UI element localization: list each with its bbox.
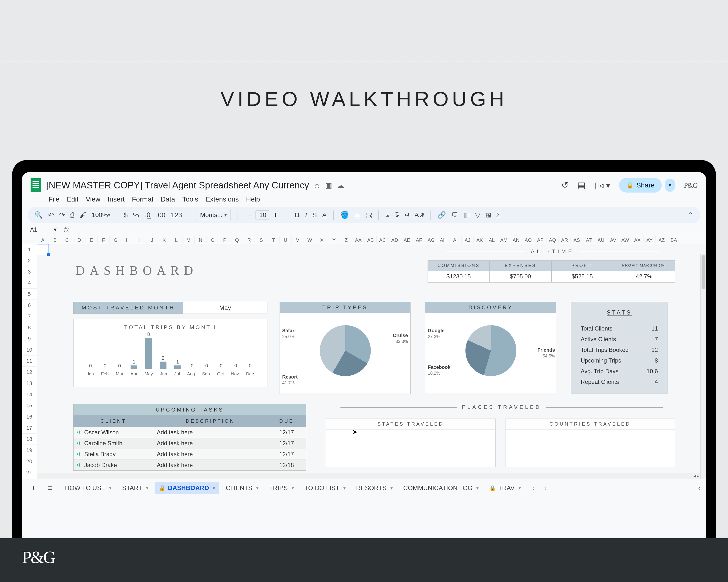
col-header[interactable]: AL [486, 236, 498, 244]
col-header[interactable]: AA [353, 236, 364, 244]
col-header[interactable]: AC [376, 236, 389, 244]
col-header[interactable]: AJ [462, 236, 474, 244]
col-header[interactable]: D [73, 236, 85, 244]
col-header[interactable]: AE [401, 236, 413, 244]
spreadsheet-grid[interactable]: 123456789101112131415161718192021 ABCDEF… [22, 236, 706, 479]
increase-decimal-icon[interactable]: .00 [156, 211, 165, 219]
paint-format-icon[interactable]: 🖌 [80, 211, 86, 219]
col-header[interactable]: Z [340, 236, 353, 244]
col-header[interactable]: Q [231, 236, 243, 244]
col-header[interactable]: N [194, 236, 207, 244]
active-cell[interactable] [37, 244, 49, 255]
font-size-stepper[interactable]: − 10 + [244, 211, 281, 219]
row-header[interactable]: 13 [22, 378, 37, 389]
decrease-decimal-icon[interactable]: .0̲ [145, 211, 151, 219]
row-header[interactable]: 20 [22, 456, 37, 467]
col-header[interactable]: H [122, 236, 134, 244]
row-header[interactable]: 4 [22, 277, 37, 288]
sheet-tab-dashboard[interactable]: 🔒 DASHBOARD▾ [155, 482, 219, 494]
task-row[interactable]: ✈Caroline Smith Add task here 12/17 [74, 438, 306, 449]
text-wrap-icon[interactable]: ↵▾ [404, 211, 409, 219]
menu-tools[interactable]: Tools [182, 195, 198, 203]
column-headers[interactable]: ABCDEFGHIJKLMNOPQRSTUVWXYZAAABACADAEAFAG… [37, 236, 706, 244]
col-header[interactable]: G [110, 236, 122, 244]
col-header[interactable]: A [37, 236, 49, 244]
sheet-tab-communication log[interactable]: COMMUNICATION LOG▾ [399, 482, 483, 494]
text-color-icon[interactable]: A [322, 211, 327, 219]
col-header[interactable]: E [85, 236, 98, 244]
undo-icon[interactable]: ↶ [48, 211, 54, 219]
sheet-canvas[interactable]: DASHBOARD ALL-TIME COMMISSIONS EXPENSES … [37, 244, 706, 479]
explore-collapse-icon[interactable]: ‹ [698, 484, 700, 492]
col-header[interactable]: AD [389, 236, 401, 244]
comments-icon[interactable]: ▤ [577, 180, 586, 190]
col-header[interactable]: AR [558, 236, 571, 244]
move-folder-icon[interactable]: ▣ [325, 181, 332, 190]
col-header[interactable]: K [158, 236, 171, 244]
col-header[interactable]: P [219, 236, 231, 244]
col-header[interactable]: X [316, 236, 328, 244]
share-dropdown-button[interactable]: ▾ [665, 179, 675, 192]
col-header[interactable]: AQ [546, 236, 558, 244]
col-header[interactable]: AS [571, 236, 583, 244]
col-header[interactable]: AK [474, 236, 486, 244]
col-header[interactable]: W [304, 236, 316, 244]
row-header[interactable]: 5 [22, 288, 37, 300]
row-header[interactable]: 2 [22, 255, 37, 266]
scroll-tabs-left-icon[interactable]: ‹ [530, 484, 537, 492]
insert-chart-icon[interactable]: ▥ [464, 211, 470, 219]
increase-font-icon[interactable]: + [270, 211, 281, 219]
row-header[interactable]: 9 [22, 333, 37, 344]
select-all-corner[interactable] [22, 236, 37, 244]
col-header[interactable]: AU [595, 236, 607, 244]
row-header[interactable]: 1 [22, 244, 37, 255]
insert-link-icon[interactable]: 🔗 [438, 211, 446, 219]
row-header[interactable]: 17 [22, 422, 37, 434]
menu-insert[interactable]: Insert [108, 195, 125, 203]
borders-icon[interactable]: ▦ [354, 211, 361, 219]
text-rotation-icon[interactable]: A↗▾ [414, 211, 424, 219]
task-row[interactable]: ✈Jacob Drake Add task here 12/18 [74, 460, 306, 470]
col-header[interactable]: AG [425, 236, 437, 244]
row-header[interactable]: 15 [22, 400, 37, 411]
add-sheet-button[interactable]: + [28, 483, 39, 493]
menu-view[interactable]: View [86, 195, 100, 203]
font-size-value[interactable]: 10 [256, 211, 270, 219]
task-row[interactable]: ✈Stella Brady Add task here 12/17 [74, 449, 306, 460]
col-header[interactable]: O [207, 236, 219, 244]
row-header[interactable]: 19 [22, 445, 37, 456]
sheet-tab-trav[interactable]: 🔒 TRAV▾ [485, 482, 525, 494]
history-icon[interactable]: ↺ [561, 180, 569, 190]
merge-cells-icon[interactable]: ⬚▾ [366, 211, 371, 219]
scroll-tabs-right-icon[interactable]: › [542, 484, 549, 492]
strikethrough-icon[interactable]: S [312, 211, 317, 219]
col-header[interactable]: AT [583, 236, 595, 244]
col-header[interactable]: C [61, 236, 73, 244]
currency-icon[interactable]: $ [124, 211, 128, 219]
vertical-align-icon[interactable]: ↧▾ [394, 211, 399, 219]
sheet-tab-start[interactable]: START▾ [118, 482, 153, 494]
functions-icon[interactable]: Σ [496, 211, 500, 219]
share-button[interactable]: 🔒 Share [619, 178, 662, 193]
menu-help[interactable]: Help [246, 195, 260, 203]
col-header[interactable]: AB [364, 236, 376, 244]
filter-icon[interactable]: ▽ [475, 211, 480, 219]
row-header[interactable]: 10 [22, 344, 37, 356]
col-header[interactable]: AZ [656, 236, 668, 244]
print-icon[interactable]: ⎙ [70, 211, 74, 219]
col-header[interactable]: L [171, 236, 182, 244]
document-title[interactable]: [NEW MASTER COPY] Travel Agent Spreadshe… [46, 180, 309, 191]
row-header[interactable]: 3 [22, 266, 37, 277]
trip-types-pie-chart[interactable]: TRIP TYPES Safari25.0% Cruise33.3% Resor… [280, 302, 411, 394]
zoom-select[interactable]: 100% ▾ [92, 211, 110, 219]
fill-color-icon[interactable]: 🪣 [340, 211, 349, 219]
vertical-scrollbar[interactable] [700, 254, 706, 479]
col-header[interactable]: AH [437, 236, 449, 244]
name-box[interactable]: A1▾ [28, 225, 59, 234]
col-header[interactable]: Y [328, 236, 340, 244]
sheet-tab-how to use[interactable]: HOW TO USE▾ [61, 482, 116, 494]
font-select[interactable]: Monts...▾ [196, 210, 231, 220]
sheets-logo-icon[interactable] [31, 178, 41, 192]
collapse-toolbar-icon[interactable]: ⌃ [688, 211, 694, 219]
col-header[interactable]: T [267, 236, 280, 244]
